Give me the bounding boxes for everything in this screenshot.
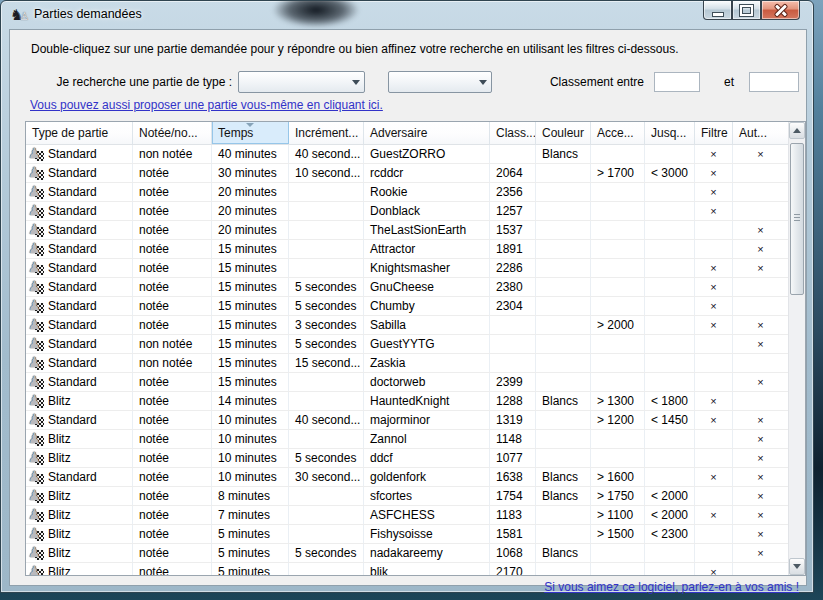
chess-pieces-icon: ♞♙ xyxy=(10,6,28,24)
column-header-acceptant[interactable]: Acce... xyxy=(591,122,645,144)
cell-filtre: × xyxy=(695,506,733,524)
cell-increment: 40 second... xyxy=(289,145,364,163)
chess-pawn-icon: ♟ xyxy=(29,470,45,485)
table-row[interactable]: ♟Standardnon notée15 minutes5 secondesGu… xyxy=(26,335,788,354)
table-row[interactable]: ♟Standardnotée20 minutesTheLastSionEarth… xyxy=(26,221,788,240)
cell-temps: 30 minutes xyxy=(212,164,289,182)
cell-adversaire: Attractor xyxy=(364,240,490,258)
table-row[interactable]: ♟Standardnotée15 minutesAttractor1891× xyxy=(26,240,788,259)
table-row[interactable]: ♟Standardnotée30 minutes10 second...rcdd… xyxy=(26,164,788,183)
cell-couleur xyxy=(536,297,591,315)
cell-jusqua xyxy=(645,563,695,575)
cell-increment: 5 secondes xyxy=(289,449,364,467)
cell-jusqua xyxy=(645,240,695,258)
column-header-type[interactable]: Type de partie xyxy=(26,122,133,144)
column-header-couleur[interactable]: Couleur xyxy=(536,122,591,144)
table-row[interactable]: ♟Standardnotée15 minutes5 secondesChumby… xyxy=(26,297,788,316)
cell-filtre: × xyxy=(695,316,733,334)
game-type-combobox[interactable] xyxy=(238,71,365,93)
share-software-link[interactable]: Si vous aimez ce logiciel, parlez-en à v… xyxy=(544,580,799,594)
cell-temps: 15 minutes xyxy=(212,373,289,391)
column-header-filtre[interactable]: Filtre xyxy=(695,122,733,144)
table-row[interactable]: ♟Blitznotée10 minutes5 secondesddcf1077× xyxy=(26,449,788,468)
cell-filtre xyxy=(695,240,733,258)
cell-jusqua xyxy=(645,221,695,239)
cell-couleur xyxy=(536,183,591,201)
cell-temps: 15 minutes xyxy=(212,240,289,258)
table-row[interactable]: ♟Blitznotée7 minutesASFCHESS1183> 1100< … xyxy=(26,506,788,525)
table-row[interactable]: ♟Standardnotée15 minutes5 secondesGnuChe… xyxy=(26,278,788,297)
cell-classement: 2286 xyxy=(490,259,536,277)
minimize-button[interactable] xyxy=(703,1,732,20)
cell-jusqua: < 1450 xyxy=(645,411,695,429)
titlebar[interactable]: ♞♙ Parties demandées xyxy=(1,1,813,29)
column-header-adversaire[interactable]: Adversaire xyxy=(364,122,490,144)
scroll-down-button[interactable] xyxy=(789,558,805,575)
scroll-up-icon xyxy=(793,128,801,133)
cell-autres: × xyxy=(733,373,788,391)
cell-notee: notée xyxy=(133,411,212,429)
vertical-scrollbar[interactable] xyxy=(788,122,805,575)
table-row[interactable]: ♟Standardnotée15 minutesdoctorweb2399× xyxy=(26,373,788,392)
close-button[interactable] xyxy=(761,1,800,20)
rating-min-input[interactable] xyxy=(654,72,700,92)
column-header-jusqua[interactable]: Jusq... xyxy=(645,122,695,144)
cell-acceptant: > 1600 xyxy=(591,468,645,486)
cell-type: ♟Standard xyxy=(26,164,133,182)
table-row[interactable]: ♟Blitznotée5 minutes5 secondesnadakareem… xyxy=(26,544,788,563)
cell-type: ♟Standard xyxy=(26,373,133,391)
table-row[interactable]: ♟Standardnotée20 minutesDonblack1257× xyxy=(26,202,788,221)
table-row[interactable]: ♟Standardnotée15 minutes3 secondesSabill… xyxy=(26,316,788,335)
chess-pawn-icon: ♟ xyxy=(29,223,45,238)
cell-temps: 20 minutes xyxy=(212,183,289,201)
cell-jusqua xyxy=(645,145,695,163)
table-row[interactable]: ♟Blitznotée10 minutesZannol1148× xyxy=(26,430,788,449)
cell-jusqua xyxy=(645,354,695,372)
column-header-autres[interactable]: Aut... xyxy=(733,122,788,144)
cell-classement: 2399 xyxy=(490,373,536,391)
scroll-up-button[interactable] xyxy=(789,122,805,139)
cell-couleur xyxy=(536,240,591,258)
propose-game-link[interactable]: Vous pouvez aussi proposer une partie vo… xyxy=(30,98,383,112)
cell-autres xyxy=(733,297,788,315)
rating-max-input[interactable] xyxy=(749,72,799,92)
table-row[interactable]: ♟Blitznotée8 minutessfcortes1754Blancs> … xyxy=(26,487,788,506)
table-row[interactable]: ♟Standardnotée10 minutes30 second...gold… xyxy=(26,468,788,487)
table-row[interactable]: ♟Standardnotée15 minutesKnightsmasher228… xyxy=(26,259,788,278)
cell-acceptant: > 1300 xyxy=(591,392,645,410)
table-row[interactable]: ♟Standardnon notée15 minutes15 second...… xyxy=(26,354,788,373)
cell-type: ♟Blitz xyxy=(26,449,133,467)
table-row[interactable]: ♟Blitznotée5 minutesFishysoisse1581> 150… xyxy=(26,525,788,544)
cell-adversaire: Knightsmasher xyxy=(364,259,490,277)
cell-filtre: × xyxy=(695,145,733,163)
cell-couleur xyxy=(536,563,591,575)
cell-jusqua xyxy=(645,544,695,562)
table-row[interactable]: ♟Standardnotée20 minutesRookie2356× xyxy=(26,183,788,202)
cell-classement: 1183 xyxy=(490,506,536,524)
cell-type: ♟Blitz xyxy=(26,487,133,505)
table-row[interactable]: ♟Standardnon notée40 minutes40 second...… xyxy=(26,145,788,164)
cell-classement: 2170 xyxy=(490,563,536,575)
cell-increment: 3 secondes xyxy=(289,316,364,334)
table-row[interactable]: ♟Standardnotée10 minutes40 second...majo… xyxy=(26,411,788,430)
scrollbar-thumb[interactable] xyxy=(790,143,804,295)
maximize-button[interactable] xyxy=(732,1,761,20)
chess-pawn-icon: ♟ xyxy=(29,489,45,504)
cell-acceptant: > 1500 xyxy=(591,525,645,543)
table-row[interactable]: ♟Blitznotée14 minutesHauntedKnight1288Bl… xyxy=(26,392,788,411)
column-header-increment[interactable]: Incrément... xyxy=(289,122,364,144)
cell-classement xyxy=(490,316,536,334)
cell-notee: notée xyxy=(133,202,212,220)
cell-filtre xyxy=(695,373,733,391)
column-header-notee[interactable]: Notée/no... xyxy=(133,122,212,144)
time-combobox[interactable] xyxy=(388,71,492,93)
table-row[interactable]: ♟Blitznotée5 minutesblik2170× xyxy=(26,563,788,575)
cell-notee: notée xyxy=(133,468,212,486)
cell-filtre: × xyxy=(695,392,733,410)
cell-jusqua xyxy=(645,316,695,334)
column-header-classement[interactable]: Class... xyxy=(490,122,536,144)
cell-adversaire: GuestYYTG xyxy=(364,335,490,353)
cell-adversaire: goldenfork xyxy=(364,468,490,486)
column-header-temps[interactable]: Temps xyxy=(212,122,289,144)
cell-couleur xyxy=(536,373,591,391)
